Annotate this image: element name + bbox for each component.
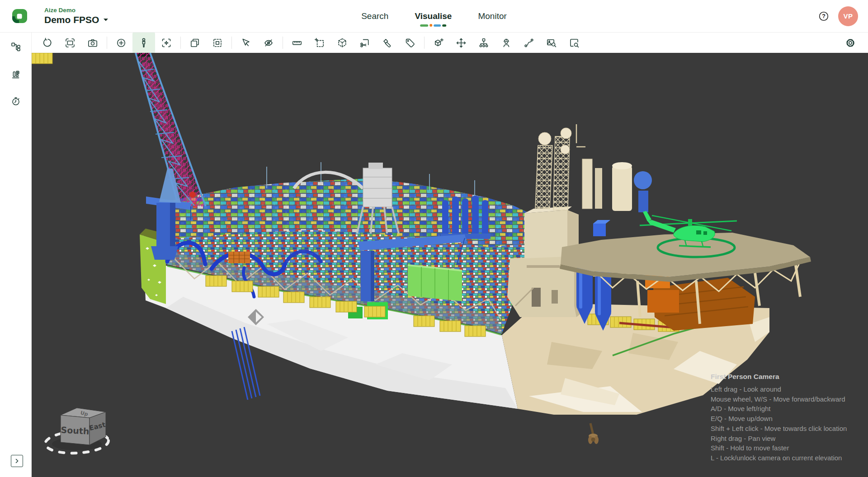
workspace-name: Demo FPSO (44, 14, 99, 26)
focus-selection-button[interactable] (158, 34, 175, 51)
select-cursor-button[interactable] (238, 34, 254, 51)
duplicate-selection-button[interactable] (209, 34, 226, 51)
paint-icon (382, 37, 393, 48)
model-tree-icon (10, 42, 21, 52)
app-header: Aize Demo Demo FPSO Search Visualise Mon… (0, 0, 868, 33)
clip-plane-icon (359, 37, 370, 48)
timer-icon (10, 96, 21, 107)
fit-view-button[interactable] (62, 34, 78, 51)
volume-select-button[interactable] (334, 34, 350, 51)
reset-view-button[interactable] (39, 34, 56, 51)
hierarchy-button[interactable] (476, 34, 492, 51)
orbit-target-icon (116, 37, 127, 48)
workspace-selector[interactable]: Demo FPSO (44, 14, 108, 26)
add-model-icon (433, 37, 444, 48)
fit-view-icon (65, 37, 75, 48)
left-sidebar (0, 33, 32, 477)
image-search-icon (546, 37, 557, 48)
area-select-button[interactable] (311, 34, 328, 51)
hide-objects-button[interactable] (260, 34, 277, 51)
screenshot-icon (87, 37, 98, 48)
tab-visualise-label: Visualise (415, 11, 452, 21)
help-button[interactable]: ? (816, 8, 832, 24)
orbit-target-button[interactable] (113, 34, 129, 51)
timer-button[interactable] (8, 93, 24, 109)
add-chart-icon (10, 69, 21, 80)
hierarchy-icon (478, 37, 489, 48)
worker-button[interactable] (498, 34, 514, 51)
search-in-view-button[interactable] (566, 34, 582, 51)
fpso-3d-scene[interactable]: South East Up (32, 53, 868, 477)
blue-vent-stacks (441, 196, 491, 239)
tab-monitor[interactable]: Monitor (478, 11, 506, 21)
area-select-icon (314, 37, 325, 48)
path-button[interactable] (521, 34, 537, 51)
move-object-icon (456, 37, 467, 48)
clip-plane-button[interactable] (357, 34, 373, 51)
active-tab-underline (420, 24, 446, 27)
worker-icon (501, 37, 512, 48)
tag-button[interactable] (402, 34, 418, 51)
paint-button[interactable] (379, 34, 396, 51)
app-name: Aize Demo (44, 7, 108, 14)
reset-view-icon (42, 37, 53, 48)
duplicate-icon (189, 37, 200, 48)
volume-select-icon (337, 37, 348, 48)
select-cursor-icon (241, 37, 251, 48)
focus-selection-icon (161, 37, 172, 48)
svg-text:?: ? (822, 13, 826, 19)
add-chart-button[interactable] (8, 66, 24, 82)
tab-search[interactable]: Search (361, 11, 388, 21)
brand-block: Aize Demo Demo FPSO (44, 7, 108, 26)
chevron-right-icon (13, 457, 21, 465)
screenshot-button[interactable] (85, 34, 101, 51)
tab-visualise[interactable]: Visualise (415, 11, 452, 21)
duplicate-selection-icon (212, 37, 223, 48)
derrick-red-light (189, 192, 196, 198)
chevron-down-icon (103, 18, 108, 22)
add-model-button[interactable] (430, 34, 447, 51)
duplicate-button[interactable] (187, 34, 203, 51)
image-search-button[interactable] (543, 34, 560, 51)
first-person-camera-icon (138, 37, 149, 48)
measure-button[interactable] (289, 34, 305, 51)
tag-icon (405, 37, 415, 48)
model-tree-button[interactable] (8, 39, 24, 55)
first-person-camera-button[interactable] (132, 33, 155, 53)
viewer-settings-button[interactable] (842, 34, 859, 51)
avatar[interactable]: VP (838, 6, 858, 26)
search-in-view-icon (569, 37, 580, 48)
aize-logo-icon (11, 8, 28, 25)
header-right: ? VP (816, 6, 858, 26)
viewer-canvas[interactable]: South East Up First Person Camera Left d… (32, 53, 868, 477)
path-icon (524, 37, 534, 48)
expand-panel-button[interactable] (11, 455, 23, 467)
hide-objects-icon (263, 37, 274, 48)
measure-icon (292, 37, 302, 48)
help-icon: ? (818, 11, 829, 22)
viewer-toolbar (32, 33, 868, 53)
move-object-button[interactable] (453, 34, 469, 51)
nav-cube-front-label[interactable]: South (61, 425, 90, 436)
main-nav: Search Visualise Monitor (361, 0, 507, 33)
gear-icon (845, 37, 856, 48)
